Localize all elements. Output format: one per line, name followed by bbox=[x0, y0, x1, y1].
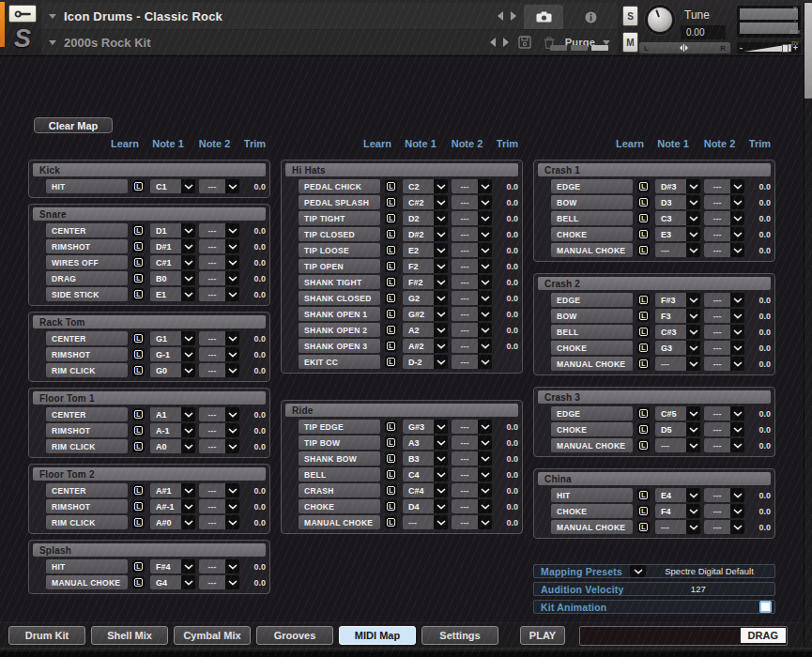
pv-label[interactable]: pv bbox=[791, 39, 798, 46]
note2-value[interactable]: --- bbox=[452, 275, 478, 289]
save-snapshot-button[interactable] bbox=[516, 35, 533, 50]
note1-value[interactable]: --- bbox=[655, 438, 686, 452]
note2-value[interactable]: --- bbox=[452, 499, 478, 513]
learn-button[interactable]: L bbox=[132, 332, 145, 344]
learn-button[interactable]: L bbox=[385, 180, 397, 192]
trim-value[interactable]: 0.0 bbox=[748, 491, 771, 500]
note2-value[interactable]: --- bbox=[704, 243, 730, 257]
note1-value[interactable]: G#3 bbox=[403, 420, 434, 434]
trim-value[interactable]: 0.0 bbox=[748, 359, 771, 369]
prev-kit-arrow-icon[interactable] bbox=[490, 38, 496, 47]
learn-button[interactable]: L bbox=[637, 310, 650, 322]
note2-value[interactable]: --- bbox=[199, 331, 225, 345]
note2-dropdown-button[interactable] bbox=[225, 423, 239, 437]
learn-button[interactable]: L bbox=[132, 408, 145, 420]
instrument-menu-chevron-down-icon[interactable] bbox=[49, 14, 56, 19]
note1-dropdown-button[interactable] bbox=[181, 255, 195, 269]
pan-slider[interactable]: L R bbox=[639, 42, 730, 53]
note2-value[interactable]: --- bbox=[704, 520, 730, 534]
note2-dropdown-button[interactable] bbox=[478, 467, 492, 481]
note2-dropdown-button[interactable] bbox=[478, 435, 492, 450]
note2-value[interactable]: --- bbox=[452, 483, 478, 497]
note2-dropdown-button[interactable] bbox=[478, 483, 492, 497]
trim-value[interactable]: 0.0 bbox=[496, 470, 518, 480]
note1-dropdown-button[interactable] bbox=[434, 211, 448, 225]
note1-value[interactable]: C#1 bbox=[150, 255, 181, 269]
note2-dropdown-button[interactable] bbox=[730, 309, 744, 323]
note2-value[interactable]: --- bbox=[199, 439, 225, 453]
learn-button[interactable]: L bbox=[132, 516, 145, 528]
note2-dropdown-button[interactable] bbox=[478, 259, 492, 273]
note1-value[interactable]: F3 bbox=[655, 309, 686, 323]
note1-dropdown-button[interactable] bbox=[434, 195, 448, 209]
learn-button[interactable]: L bbox=[132, 440, 145, 452]
trim-value[interactable]: 0.0 bbox=[496, 342, 518, 351]
note1-value[interactable]: F4 bbox=[655, 504, 686, 518]
note2-dropdown-button[interactable] bbox=[478, 307, 492, 321]
learn-button[interactable]: L bbox=[385, 292, 397, 304]
note1-value[interactable]: G2 bbox=[403, 291, 434, 305]
note1-value[interactable]: A#1 bbox=[150, 483, 181, 497]
learn-button[interactable]: L bbox=[637, 228, 650, 240]
remove-instrument-button[interactable]: x bbox=[793, 6, 798, 12]
note2-value[interactable]: --- bbox=[704, 309, 730, 323]
next-instrument-arrow-icon[interactable] bbox=[511, 11, 516, 21]
note1-value[interactable]: A3 bbox=[403, 435, 434, 450]
learn-button[interactable]: L bbox=[385, 324, 397, 336]
note1-value[interactable]: G3 bbox=[655, 341, 686, 355]
note1-dropdown-button[interactable] bbox=[686, 325, 700, 339]
note1-dropdown-button[interactable] bbox=[686, 227, 700, 241]
tab-grooves[interactable]: Grooves bbox=[256, 626, 333, 645]
note2-value[interactable]: --- bbox=[452, 339, 478, 353]
learn-button[interactable]: L bbox=[132, 256, 145, 268]
note2-dropdown-button[interactable] bbox=[730, 341, 744, 355]
trim-value[interactable]: 0.0 bbox=[496, 278, 518, 287]
solo-button[interactable]: S bbox=[622, 6, 638, 26]
learn-button[interactable]: L bbox=[385, 452, 397, 465]
note2-dropdown-button[interactable] bbox=[730, 488, 744, 502]
note2-dropdown-button[interactable] bbox=[225, 271, 239, 285]
learn-button[interactable]: L bbox=[385, 516, 397, 528]
note2-dropdown-button[interactable] bbox=[225, 239, 239, 253]
learn-button[interactable]: L bbox=[637, 505, 650, 517]
learn-button[interactable]: L bbox=[385, 340, 397, 352]
drag-handle[interactable]: DRAG bbox=[741, 628, 786, 643]
learn-button[interactable]: L bbox=[637, 489, 650, 501]
note2-dropdown-button[interactable] bbox=[478, 195, 492, 209]
trim-value[interactable]: 0.0 bbox=[496, 294, 518, 303]
note1-value[interactable]: E4 bbox=[655, 488, 686, 502]
note2-value[interactable]: --- bbox=[452, 467, 478, 481]
note1-value[interactable]: C1 bbox=[150, 179, 181, 193]
note2-dropdown-button[interactable] bbox=[225, 439, 239, 453]
note2-dropdown-button[interactable] bbox=[478, 179, 492, 193]
trim-value[interactable]: 0.0 bbox=[496, 486, 518, 496]
kit-animation-checkbox[interactable] bbox=[759, 601, 772, 613]
trim-value[interactable]: 0.0 bbox=[496, 326, 518, 335]
learn-button[interactable]: L bbox=[385, 212, 397, 224]
learn-button[interactable]: L bbox=[637, 326, 650, 338]
note2-value[interactable]: --- bbox=[199, 483, 225, 497]
note2-value[interactable]: --- bbox=[452, 435, 478, 450]
note2-dropdown-button[interactable] bbox=[225, 347, 239, 361]
learn-button[interactable]: L bbox=[132, 364, 145, 376]
note1-dropdown-button[interactable] bbox=[181, 559, 195, 573]
trim-value[interactable]: 0.0 bbox=[243, 226, 266, 236]
note1-value[interactable]: A-1 bbox=[150, 423, 181, 437]
learn-button[interactable]: L bbox=[637, 180, 650, 192]
tab-midi-map[interactable]: MIDI Map bbox=[339, 626, 416, 645]
note1-dropdown-button[interactable] bbox=[434, 451, 448, 466]
trim-value[interactable]: 0.0 bbox=[243, 410, 266, 420]
note1-dropdown-button[interactable] bbox=[181, 575, 195, 589]
note1-dropdown-button[interactable] bbox=[181, 271, 195, 285]
note2-value[interactable]: --- bbox=[199, 239, 225, 253]
note2-dropdown-button[interactable] bbox=[225, 331, 239, 345]
note1-value[interactable]: D4 bbox=[403, 499, 434, 513]
learn-button[interactable]: L bbox=[132, 224, 145, 237]
learn-button[interactable]: L bbox=[385, 468, 397, 481]
note1-value[interactable]: D#1 bbox=[150, 239, 181, 253]
note2-dropdown-button[interactable] bbox=[225, 287, 239, 301]
note2-dropdown-button[interactable] bbox=[225, 179, 239, 193]
note1-dropdown-button[interactable] bbox=[434, 483, 448, 497]
learn-button[interactable]: L bbox=[132, 180, 145, 192]
trim-value[interactable]: 0.0 bbox=[748, 507, 771, 516]
